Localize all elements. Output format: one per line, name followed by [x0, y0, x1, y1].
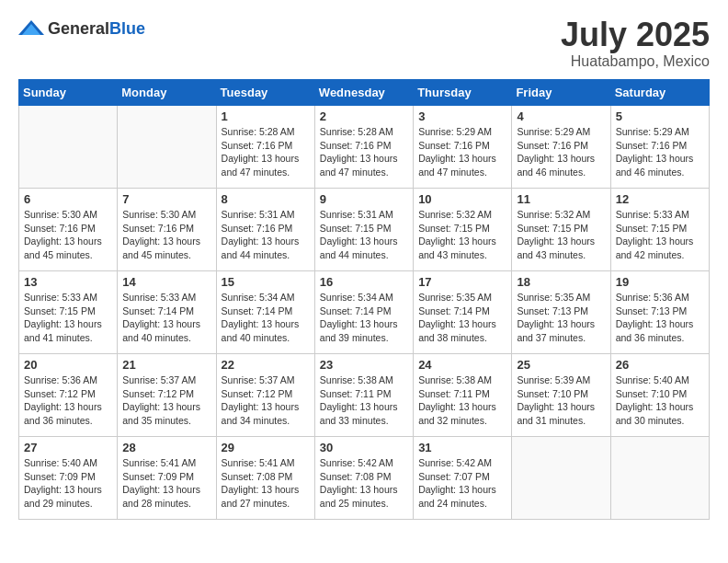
day-info: Sunrise: 5:33 AM Sunset: 7:15 PM Dayligh… [24, 291, 112, 345]
day-number: 26 [616, 358, 704, 372]
day-number: 20 [24, 358, 112, 372]
calendar-cell: 29Sunrise: 5:41 AM Sunset: 7:08 PM Dayli… [216, 437, 314, 520]
day-number: 27 [24, 441, 112, 454]
day-info: Sunrise: 5:40 AM Sunset: 7:10 PM Dayligh… [616, 373, 704, 428]
day-number: 15 [222, 275, 310, 289]
calendar-cell: 13Sunrise: 5:33 AM Sunset: 7:15 PM Dayli… [19, 271, 118, 354]
title-area: July 2025 Huatabampo, Mexico [561, 18, 710, 70]
day-number: 17 [418, 275, 506, 289]
calendar-cell: 4Sunrise: 5:29 AM Sunset: 7:16 PM Daylig… [512, 106, 610, 189]
day-info: Sunrise: 5:41 AM Sunset: 7:09 PM Dayligh… [122, 456, 210, 511]
day-info: Sunrise: 5:28 AM Sunset: 7:16 PM Dayligh… [320, 125, 408, 179]
day-number: 8 [222, 192, 310, 206]
calendar-cell: 1Sunrise: 5:28 AM Sunset: 7:16 PM Daylig… [216, 106, 314, 189]
calendar-cell: 7Sunrise: 5:30 AM Sunset: 7:16 PM Daylig… [118, 189, 216, 271]
day-info: Sunrise: 5:37 AM Sunset: 7:12 PM Dayligh… [122, 373, 210, 428]
day-info: Sunrise: 5:36 AM Sunset: 7:12 PM Dayligh… [24, 373, 112, 428]
day-info: Sunrise: 5:29 AM Sunset: 7:16 PM Dayligh… [517, 125, 605, 179]
day-number: 30 [320, 441, 408, 454]
calendar-cell: 16Sunrise: 5:34 AM Sunset: 7:14 PM Dayli… [314, 271, 413, 354]
calendar-cell: 28Sunrise: 5:41 AM Sunset: 7:09 PM Dayli… [118, 437, 216, 520]
day-number: 23 [320, 358, 408, 372]
day-info: Sunrise: 5:31 AM Sunset: 7:16 PM Dayligh… [222, 208, 310, 262]
calendar-cell: 8Sunrise: 5:31 AM Sunset: 7:16 PM Daylig… [216, 189, 314, 271]
day-info: Sunrise: 5:38 AM Sunset: 7:11 PM Dayligh… [320, 373, 408, 428]
calendar-cell: 14Sunrise: 5:33 AM Sunset: 7:14 PM Dayli… [118, 271, 216, 354]
calendar-cell [19, 106, 118, 189]
day-info: Sunrise: 5:32 AM Sunset: 7:15 PM Dayligh… [517, 208, 605, 262]
day-number: 25 [517, 358, 605, 372]
calendar-cell: 9Sunrise: 5:31 AM Sunset: 7:15 PM Daylig… [314, 189, 413, 271]
day-info: Sunrise: 5:33 AM Sunset: 7:14 PM Dayligh… [122, 291, 210, 345]
calendar-cell: 19Sunrise: 5:36 AM Sunset: 7:13 PM Dayli… [610, 271, 709, 354]
weekday-header-saturday: Saturday [610, 80, 709, 106]
day-info: Sunrise: 5:31 AM Sunset: 7:15 PM Dayligh… [320, 208, 408, 262]
day-info: Sunrise: 5:35 AM Sunset: 7:13 PM Dayligh… [517, 291, 605, 345]
weekday-header-row: SundayMondayTuesdayWednesdayThursdayFrid… [19, 80, 710, 106]
day-info: Sunrise: 5:30 AM Sunset: 7:16 PM Dayligh… [24, 208, 112, 262]
day-number: 1 [222, 109, 310, 123]
calendar-cell: 27Sunrise: 5:40 AM Sunset: 7:09 PM Dayli… [19, 437, 118, 520]
day-info: Sunrise: 5:36 AM Sunset: 7:13 PM Dayligh… [616, 291, 704, 345]
day-number: 5 [616, 109, 704, 123]
header: GeneralBlue July 2025 Huatabampo, Mexico [18, 18, 710, 70]
logo-icon [18, 18, 44, 39]
day-info: Sunrise: 5:39 AM Sunset: 7:10 PM Dayligh… [517, 373, 605, 428]
calendar-cell: 20Sunrise: 5:36 AM Sunset: 7:12 PM Dayli… [19, 354, 118, 437]
calendar-cell: 15Sunrise: 5:34 AM Sunset: 7:14 PM Dayli… [216, 271, 314, 354]
day-number: 24 [418, 358, 506, 372]
day-number: 4 [517, 109, 605, 123]
day-info: Sunrise: 5:33 AM Sunset: 7:15 PM Dayligh… [616, 208, 704, 262]
day-number: 19 [616, 275, 704, 289]
calendar-cell: 26Sunrise: 5:40 AM Sunset: 7:10 PM Dayli… [610, 354, 709, 437]
day-number: 9 [320, 192, 408, 206]
calendar-cell: 10Sunrise: 5:32 AM Sunset: 7:15 PM Dayli… [414, 189, 512, 271]
calendar-cell: 11Sunrise: 5:32 AM Sunset: 7:15 PM Dayli… [512, 189, 610, 271]
weekday-header-wednesday: Wednesday [314, 80, 413, 106]
day-number: 22 [222, 358, 310, 372]
day-info: Sunrise: 5:29 AM Sunset: 7:16 PM Dayligh… [418, 125, 506, 179]
calendar-cell: 3Sunrise: 5:29 AM Sunset: 7:16 PM Daylig… [414, 106, 512, 189]
calendar-cell: 5Sunrise: 5:29 AM Sunset: 7:16 PM Daylig… [610, 106, 709, 189]
calendar-cell: 22Sunrise: 5:37 AM Sunset: 7:12 PM Dayli… [216, 354, 314, 437]
calendar-cell: 24Sunrise: 5:38 AM Sunset: 7:11 PM Dayli… [414, 354, 512, 437]
weekday-header-thursday: Thursday [414, 80, 512, 106]
day-number: 28 [122, 441, 210, 454]
day-number: 2 [320, 109, 408, 123]
calendar-cell [610, 437, 709, 520]
day-info: Sunrise: 5:42 AM Sunset: 7:08 PM Dayligh… [320, 456, 408, 511]
calendar-cell [512, 437, 610, 520]
calendar-cell: 6Sunrise: 5:30 AM Sunset: 7:16 PM Daylig… [19, 189, 118, 271]
calendar-cell: 23Sunrise: 5:38 AM Sunset: 7:11 PM Dayli… [314, 354, 413, 437]
weekday-header-friday: Friday [512, 80, 610, 106]
day-number: 12 [616, 192, 704, 206]
logo: GeneralBlue [18, 18, 145, 39]
logo-text-blue: Blue [109, 19, 145, 38]
day-number: 11 [517, 192, 605, 206]
week-row-2: 6Sunrise: 5:30 AM Sunset: 7:16 PM Daylig… [19, 189, 710, 271]
calendar-cell: 30Sunrise: 5:42 AM Sunset: 7:08 PM Dayli… [314, 437, 413, 520]
day-number: 29 [222, 441, 310, 454]
day-number: 7 [122, 192, 210, 206]
calendar-cell: 2Sunrise: 5:28 AM Sunset: 7:16 PM Daylig… [314, 106, 413, 189]
week-row-5: 27Sunrise: 5:40 AM Sunset: 7:09 PM Dayli… [19, 437, 710, 520]
calendar-cell: 18Sunrise: 5:35 AM Sunset: 7:13 PM Dayli… [512, 271, 610, 354]
week-row-1: 1Sunrise: 5:28 AM Sunset: 7:16 PM Daylig… [19, 106, 710, 189]
day-number: 31 [418, 441, 506, 454]
day-number: 18 [517, 275, 605, 289]
day-number: 14 [122, 275, 210, 289]
week-row-3: 13Sunrise: 5:33 AM Sunset: 7:15 PM Dayli… [19, 271, 710, 354]
calendar-cell: 17Sunrise: 5:35 AM Sunset: 7:14 PM Dayli… [414, 271, 512, 354]
day-number: 10 [418, 192, 506, 206]
day-info: Sunrise: 5:29 AM Sunset: 7:16 PM Dayligh… [616, 125, 704, 179]
day-info: Sunrise: 5:28 AM Sunset: 7:16 PM Dayligh… [222, 125, 310, 179]
month-title: July 2025 [561, 18, 710, 52]
day-number: 3 [418, 109, 506, 123]
day-number: 13 [24, 275, 112, 289]
weekday-header-monday: Monday [118, 80, 216, 106]
weekday-header-tuesday: Tuesday [216, 80, 314, 106]
day-info: Sunrise: 5:37 AM Sunset: 7:12 PM Dayligh… [222, 373, 310, 428]
calendar-cell: 21Sunrise: 5:37 AM Sunset: 7:12 PM Dayli… [118, 354, 216, 437]
day-info: Sunrise: 5:32 AM Sunset: 7:15 PM Dayligh… [418, 208, 506, 262]
day-info: Sunrise: 5:30 AM Sunset: 7:16 PM Dayligh… [122, 208, 210, 262]
